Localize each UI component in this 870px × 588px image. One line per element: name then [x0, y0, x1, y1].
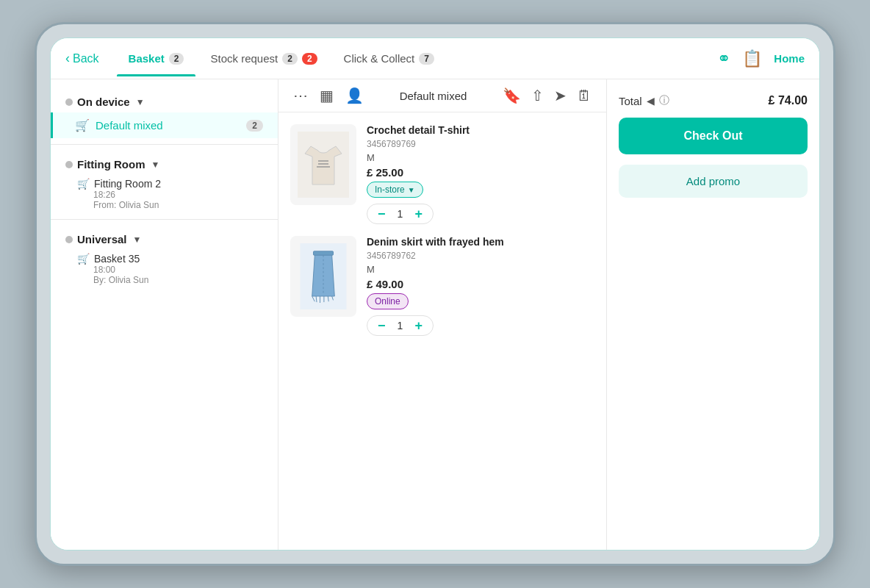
item-1-tag-arrow: ▼ [408, 186, 415, 194]
main-layout: On device ▼ 🛒 Default mixed 2 Fitting Ro… [51, 79, 819, 550]
fitting-room-section-label: Fitting Room [77, 158, 145, 171]
basket-toolbar-title: Default mixed [400, 90, 467, 102]
total-row: Total ◀ ⓘ £ 74.00 [619, 94, 808, 107]
fitting-room-2-icon: 🛒 [77, 178, 90, 190]
item-2-tag-label: Online [375, 296, 400, 306]
checkout-button[interactable]: Check Out [619, 118, 808, 154]
tab-basket-badge: 2 [169, 53, 184, 65]
universal-dot [65, 236, 73, 243]
item-1-qty-value: 1 [395, 208, 406, 220]
receipt-icon[interactable]: 📋 [742, 49, 762, 68]
headset-icon[interactable]: ⚭ [717, 49, 730, 68]
default-mixed-label: Default mixed [96, 119, 163, 132]
add-person-icon[interactable]: 👤 [345, 87, 364, 104]
add-promo-button[interactable]: Add promo [619, 165, 808, 198]
tab-click-collect[interactable]: Click & Collect 7 [332, 40, 446, 76]
item-1-qty-increase[interactable]: + [415, 207, 423, 220]
total-label-group: Total ◀ ⓘ [619, 94, 669, 107]
tab-basket[interactable]: Basket 2 [117, 40, 196, 76]
share-icon[interactable]: ⇧ [531, 87, 544, 104]
total-arrow-icon: ◀ [647, 95, 655, 107]
basket-icon-default: 🛒 [75, 118, 90, 132]
home-button[interactable]: Home [774, 52, 805, 65]
on-device-label: On device [77, 96, 130, 108]
basket-toolbar: ⋯ ▦ 👤 Default mixed 🔖 ⇧ ➤ 🗓 [278, 79, 606, 112]
back-button[interactable]: ‹ Back [65, 51, 99, 66]
item-2-details: Denim skirt with frayed hem 3456789762 M… [367, 236, 594, 336]
default-mixed-badge: 2 [246, 120, 263, 132]
basket-item-1: Crochet detail T-shirt 3456789769 M £ 25… [290, 124, 594, 224]
app-container: ‹ Back Basket 2 Stock request 2 2 Click … [50, 37, 820, 551]
tab-stock-request-label: Stock request [210, 52, 278, 65]
tab-stock-request[interactable]: Stock request 2 2 [198, 40, 328, 76]
universal-section-label: Universal [77, 233, 127, 245]
item-2-qty-increase[interactable]: + [415, 319, 423, 332]
back-label: Back [73, 52, 99, 65]
device-frame: ‹ Back Basket 2 Stock request 2 2 Click … [35, 22, 835, 566]
basket-35-header: 🛒 Basket 35 [77, 253, 263, 265]
on-device-dropdown-icon: ▼ [136, 97, 145, 107]
sidebar-section-universal[interactable]: Universal ▼ [51, 226, 278, 250]
tab-basket-label: Basket [129, 52, 165, 65]
item-1-image [290, 124, 356, 205]
on-device-dot [65, 98, 73, 106]
item-2-sku: 3456789762 [367, 251, 594, 261]
total-info-icon[interactable]: ⓘ [659, 94, 669, 107]
sidebar-section-fitting-room[interactable]: Fitting Room ▼ [51, 151, 278, 175]
item-2-image [290, 236, 356, 317]
sidebar-divider-2 [51, 219, 278, 220]
sidebar-item-default-mixed[interactable]: 🛒 Default mixed 2 [51, 112, 278, 138]
fitting-room-2-time: 18:26 [77, 190, 263, 200]
basket-area: ⋯ ▦ 👤 Default mixed 🔖 ⇧ ➤ 🗓 [278, 79, 606, 550]
item-1-sku: 3456789769 [367, 139, 594, 149]
item-2-size: M [367, 264, 594, 275]
item-1-tag-label: In-store [375, 184, 405, 195]
item-2-price: £ 49.00 [367, 278, 594, 290]
nav-tabs: Basket 2 Stock request 2 2 Click & Colle… [117, 40, 718, 76]
fitting-room-dropdown-icon: ▼ [151, 159, 159, 170]
total-amount: £ 74.00 [769, 94, 808, 107]
sidebar-item-basket-35[interactable]: 🛒 Basket 35 18:00 By: Olivia Sun [51, 250, 278, 288]
basket-35-icon: 🛒 [77, 253, 90, 265]
item-2-qty-decrease[interactable]: − [378, 319, 386, 332]
tab-click-collect-label: Click & Collect [344, 52, 415, 65]
back-arrow-icon: ‹ [65, 51, 70, 66]
bookmark-icon[interactable]: 🔖 [503, 87, 521, 104]
item-2-qty-control: − 1 + [367, 315, 434, 336]
svg-rect-5 [314, 251, 334, 255]
sidebar: On device ▼ 🛒 Default mixed 2 Fitting Ro… [51, 79, 278, 550]
item-2-qty-value: 1 [395, 320, 406, 331]
item-1-name: Crochet detail T-shirt [367, 124, 594, 136]
fitting-room-2-from: From: Olivia Sun [77, 200, 263, 210]
send-icon[interactable]: ➤ [554, 87, 567, 104]
copy-icon[interactable]: 🗓 [577, 87, 592, 104]
top-nav: ‹ Back Basket 2 Stock request 2 2 Click … [51, 38, 819, 79]
more-options-icon[interactable]: ⋯ [293, 87, 308, 104]
item-2-tag[interactable]: Online [367, 293, 409, 309]
item-1-size: M [367, 152, 594, 163]
total-label: Total [619, 95, 642, 107]
sidebar-item-fitting-room-2[interactable]: 🛒 Fitting Room 2 18:26 From: Olivia Sun [51, 175, 278, 213]
barcode-icon[interactable]: ▦ [320, 87, 334, 104]
tab-stock-request-badge2: 2 [302, 53, 317, 65]
item-1-tag[interactable]: In-store ▼ [367, 182, 423, 198]
right-panel: Total ◀ ⓘ £ 74.00 Check Out Add promo [606, 79, 819, 550]
item-2-name: Denim skirt with frayed hem [367, 236, 594, 248]
sidebar-divider-1 [51, 144, 278, 145]
basket-item-2: Denim skirt with frayed hem 3456789762 M… [290, 236, 594, 336]
fitting-room-2-label: Fitting Room 2 [94, 178, 161, 190]
tab-click-collect-badge: 7 [419, 53, 434, 65]
fitting-room-dot [65, 161, 73, 168]
fitting-room-2-header: 🛒 Fitting Room 2 [77, 178, 263, 190]
tab-stock-request-badge1: 2 [282, 53, 298, 65]
basket-35-label: Basket 35 [94, 253, 140, 265]
content-area: ⋯ ▦ 👤 Default mixed 🔖 ⇧ ➤ 🗓 [278, 79, 819, 550]
basket-items-list: Crochet detail T-shirt 3456789769 M £ 25… [278, 112, 606, 550]
item-1-details: Crochet detail T-shirt 3456789769 M £ 25… [367, 124, 594, 224]
toolbar-left: ⋯ ▦ 👤 [293, 87, 364, 104]
item-1-qty-decrease[interactable]: − [378, 207, 386, 220]
universal-dropdown-icon: ▼ [133, 234, 142, 245]
toolbar-right: 🔖 ⇧ ➤ 🗓 [503, 87, 592, 104]
item-1-price: £ 25.00 [367, 166, 594, 179]
sidebar-section-on-device[interactable]: On device ▼ [51, 88, 278, 112]
